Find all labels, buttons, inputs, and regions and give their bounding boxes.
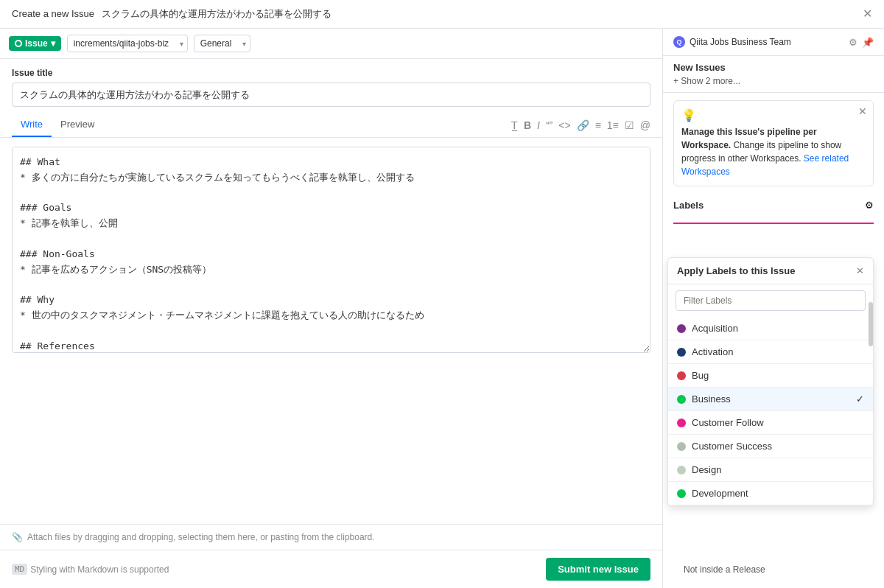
- modal-title: Create a new Issue スクラムの具体的な運用方法がわかる記事を公…: [12, 7, 332, 21]
- label-left: Customer Follow: [677, 417, 764, 428]
- label-item[interactable]: Acquisition: [668, 317, 873, 340]
- settings-icon[interactable]: ⚙: [849, 37, 857, 48]
- not-release: Not inside a Release: [673, 559, 776, 581]
- labels-header: Labels ⚙: [673, 200, 874, 211]
- footer-row: MD Styling with Markdown is supported Su…: [0, 550, 662, 588]
- issue-type-badge[interactable]: Issue ▾: [9, 36, 61, 51]
- modal-body: Issue ▾ increments/qiita-jobs-biz Genera…: [0, 29, 884, 588]
- branch-select-wrapper[interactable]: increments/qiita-jobs-biz: [67, 35, 188, 52]
- label-left: Activation: [677, 346, 733, 357]
- tip-text: Manage this Issue's pipeline per Workspa…: [681, 125, 866, 178]
- tab-preview[interactable]: Preview: [52, 113, 103, 137]
- attach-text: Attach files by dragging and dropping, s…: [27, 532, 375, 542]
- issue-title-label: Issue title: [12, 68, 650, 78]
- editor-textarea[interactable]: ## What * 多くの方に自分たちが実施しているスクラムを知ってもらうべく記…: [12, 147, 650, 353]
- workspace-info: Q Qiita Jobs Business Team: [673, 36, 791, 48]
- left-panel: Issue ▾ increments/qiita-jobs-biz Genera…: [0, 29, 663, 588]
- modal: Create a new Issue スクラムの具体的な運用方法がわかる記事を公…: [0, 0, 884, 588]
- format-link-icon[interactable]: 🔗: [577, 119, 589, 131]
- label-name: Acquisition: [692, 323, 738, 334]
- editor-body: ## What * 多くの方に自分たちが実施しているスクラムを知ってもらうべく記…: [0, 138, 662, 524]
- label-name: Customer Success: [692, 441, 772, 452]
- format-italic-icon[interactable]: I: [537, 119, 540, 131]
- format-task-icon[interactable]: ☑: [625, 119, 634, 131]
- label-left: Customer Success: [677, 441, 772, 452]
- attach-icon: 📎: [12, 532, 23, 542]
- general-select-wrapper[interactable]: General: [194, 35, 250, 52]
- label-left: Bug: [677, 370, 709, 381]
- styling-note: MD Styling with Markdown is supported: [12, 564, 169, 575]
- label-item[interactable]: Design: [668, 458, 873, 482]
- label-name: Development: [692, 488, 748, 499]
- attach-area: 📎 Attach files by dragging and dropping,…: [0, 524, 662, 550]
- general-select[interactable]: General: [194, 35, 250, 52]
- dropdown-header: Apply Labels to this Issue ✕: [668, 258, 873, 284]
- label-dot: [677, 371, 686, 380]
- labels-title: Labels: [673, 200, 704, 211]
- label-item[interactable]: Customer Success: [668, 435, 873, 458]
- label-item[interactable]: Development: [668, 482, 873, 505]
- workspace-icon: Q: [673, 36, 685, 48]
- new-issues-section: New Issues + Show 2 more...: [663, 56, 884, 93]
- filter-wrapper: [668, 284, 873, 317]
- issue-badge-label: Issue: [25, 38, 48, 49]
- format-list-icon[interactable]: ≡: [595, 119, 601, 131]
- label-name: Activation: [692, 346, 733, 357]
- branch-select[interactable]: increments/qiita-jobs-biz: [67, 35, 188, 52]
- label-item[interactable]: Business ✓: [668, 388, 873, 411]
- styling-note-text: Styling with Markdown is supported: [30, 564, 169, 575]
- label-left: Business: [677, 393, 731, 405]
- show-more-button[interactable]: + Show 2 more...: [673, 76, 874, 86]
- submit-new-issue-button[interactable]: Submit new Issue: [546, 558, 650, 581]
- pipeline-tip: ✕ 💡 Manage this Issue's pipeline per Wor…: [673, 100, 874, 186]
- label-dot: [677, 395, 686, 404]
- toolbar-row: Issue ▾ increments/qiita-jobs-biz Genera…: [0, 29, 662, 59]
- issue-title-section: Issue title: [0, 59, 662, 113]
- issue-title-input[interactable]: [12, 83, 650, 107]
- workspace-action-icons: ⚙ 📌: [849, 37, 874, 48]
- modal-header: Create a new Issue スクラムの具体的な運用方法がわかる記事を公…: [0, 0, 884, 29]
- scrollbar-track: [869, 302, 873, 505]
- labels-settings-icon[interactable]: ⚙: [865, 200, 874, 211]
- label-left: Design: [677, 464, 721, 475]
- label-name: Bug: [692, 370, 709, 381]
- format-bold-icon[interactable]: B: [524, 119, 531, 131]
- label-name: Business: [692, 393, 731, 405]
- modal-title-text: スクラムの具体的な運用方法がわかる記事を公開する: [102, 8, 332, 19]
- not-release-text: Not inside a Release: [684, 564, 765, 575]
- modal-close-button[interactable]: ✕: [863, 8, 872, 20]
- editor-tabs: Write Preview T̲ B I “” <> 🔗 ≡ 1≡ ☑ @: [0, 113, 662, 138]
- format-code-icon[interactable]: <>: [558, 119, 570, 131]
- dropdown-close-button[interactable]: ✕: [856, 265, 864, 276]
- label-dot: [677, 324, 686, 333]
- label-name: Customer Follow: [692, 417, 764, 428]
- labels-section: Labels ⚙: [663, 194, 884, 234]
- label-left: Acquisition: [677, 323, 738, 334]
- tab-write[interactable]: Write: [12, 113, 52, 137]
- markdown-icon: MD: [12, 564, 27, 575]
- label-name: Design: [692, 464, 721, 475]
- label-dot: [677, 489, 686, 498]
- format-heading-icon[interactable]: T̲: [511, 119, 518, 131]
- workspace-header: Q Qiita Jobs Business Team ⚙ 📌: [663, 29, 884, 56]
- format-quote-icon[interactable]: “”: [546, 119, 552, 131]
- editor-toolbar: T̲ B I “” <> 🔗 ≡ 1≡ ☑ @: [511, 119, 650, 131]
- label-item[interactable]: Customer Follow: [668, 411, 873, 435]
- right-panel: Q Qiita Jobs Business Team ⚙ 📌 New Issue…: [663, 29, 884, 588]
- format-mention-icon[interactable]: @: [640, 119, 650, 131]
- label-dot: [677, 348, 686, 357]
- format-ordered-list-icon[interactable]: 1≡: [607, 119, 619, 131]
- check-icon: ✓: [856, 393, 864, 405]
- scrollbar-thumb: [869, 302, 873, 346]
- issue-badge-icon: [15, 40, 22, 47]
- dropdown-title: Apply Labels to this Issue: [677, 265, 795, 276]
- label-left: Development: [677, 488, 748, 499]
- tip-close-button[interactable]: ✕: [858, 105, 867, 117]
- label-dot: [677, 419, 686, 427]
- label-item[interactable]: Bug: [668, 364, 873, 388]
- workspace-name: Qiita Jobs Business Team: [690, 37, 791, 47]
- modal-title-prefix: Create a new Issue: [12, 8, 94, 19]
- label-item[interactable]: Activation: [668, 340, 873, 364]
- label-filter-input[interactable]: [676, 290, 866, 311]
- pin-icon[interactable]: 📌: [862, 37, 874, 48]
